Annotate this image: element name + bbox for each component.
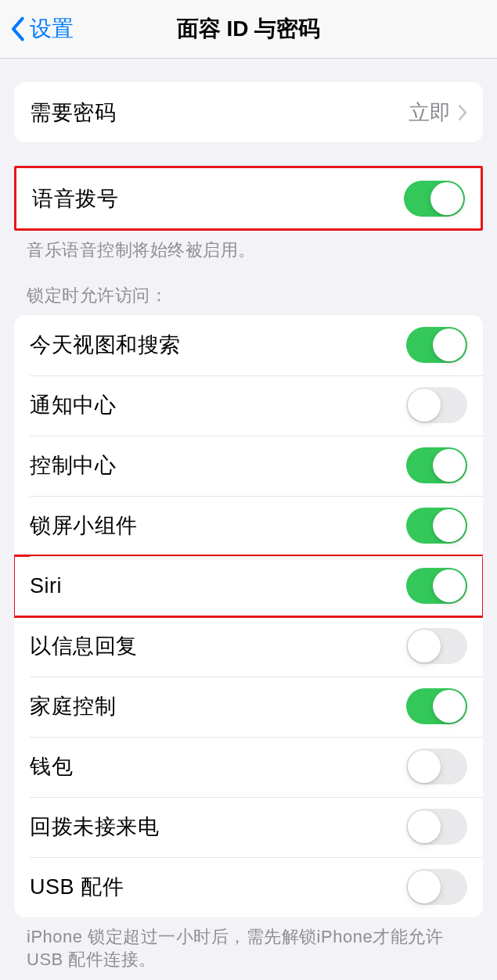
row-label: 通知中心: [30, 391, 116, 419]
toggle-lock-access-item[interactable]: [406, 447, 467, 483]
row-lock-access-item: 今天视图和搜索: [14, 315, 483, 375]
row-lock-access-item: 回拨未接来电: [14, 797, 483, 857]
row-value: 立即: [409, 99, 451, 127]
toggle-knob: [408, 630, 441, 662]
toggle-knob: [408, 389, 441, 422]
footer-lock-access: iPhone 锁定超过一小时后，需先解锁iPhone才能允许 USB 配件连接。: [0, 917, 497, 971]
toggle-lock-access-item[interactable]: [406, 628, 467, 664]
toggle-knob: [408, 810, 441, 843]
toggle-knob: [433, 509, 466, 542]
toggle-lock-access-item[interactable]: [406, 748, 467, 784]
back-label: 设置: [30, 14, 74, 44]
row-lock-access-item: 锁屏小组件: [14, 496, 483, 556]
row-label: 以信息回复: [30, 632, 138, 660]
row-lock-access-item: 通知中心: [14, 375, 483, 436]
row-lock-access-item: 控制中心: [14, 436, 483, 496]
group-require-passcode: 需要密码 立即: [14, 82, 483, 142]
toggle-knob: [433, 449, 466, 482]
row-label: 锁屏小组件: [30, 512, 138, 540]
row-label: Siri: [30, 574, 62, 598]
back-button[interactable]: 设置: [9, 14, 74, 44]
row-label: 控制中心: [30, 451, 116, 479]
toggle-knob: [433, 690, 466, 723]
toggle-lock-access-item[interactable]: [406, 387, 467, 423]
row-lock-access-item: 以信息回复: [14, 616, 483, 677]
chevron-right-icon: [457, 104, 467, 121]
toggle-knob: [408, 871, 441, 903]
row-voice-dial: 语音拨号: [16, 168, 481, 228]
row-lock-access-item: Siri: [14, 556, 483, 616]
row-label: USB 配件: [30, 873, 124, 901]
toggle-lock-access-item[interactable]: [406, 869, 467, 905]
group-voice-dial: 语音拨号: [14, 166, 483, 231]
row-label: 家庭控制: [30, 692, 116, 720]
toggle-lock-access-item[interactable]: [406, 809, 467, 845]
toggle-lock-access-item[interactable]: [406, 688, 467, 724]
header-lock-access: 锁定时允许访问：: [0, 262, 497, 315]
nav-bar: 设置 面容 ID 与密码: [0, 0, 497, 59]
toggle-knob: [408, 750, 441, 783]
row-lock-access-item: 钱包: [14, 737, 483, 797]
row-lock-access-item: 家庭控制: [14, 677, 483, 737]
toggle-knob: [433, 569, 466, 602]
row-label: 钱包: [30, 752, 73, 781]
chevron-left-icon: [9, 16, 25, 42]
page-title: 面容 ID 与密码: [0, 14, 497, 44]
row-detail: 立即: [409, 99, 467, 127]
row-lock-access-item: USB 配件: [14, 857, 483, 917]
row-label: 回拨未接来电: [30, 813, 159, 841]
row-require-passcode[interactable]: 需要密码 立即: [14, 82, 483, 142]
toggle-knob: [433, 328, 466, 361]
row-label: 语音拨号: [32, 185, 118, 213]
toggle-lock-access-item[interactable]: [406, 568, 467, 604]
footer-voice-dial: 音乐语音控制将始终被启用。: [0, 231, 497, 262]
toggle-lock-access-item[interactable]: [406, 327, 467, 363]
row-label: 今天视图和搜索: [30, 331, 181, 359]
row-label: 需要密码: [30, 99, 116, 127]
toggle-voice-dial[interactable]: [404, 181, 465, 217]
toggle-knob: [430, 182, 463, 215]
group-lock-access: 今天视图和搜索通知中心控制中心锁屏小组件Siri以信息回复家庭控制钱包回拨未接来…: [14, 315, 483, 917]
toggle-lock-access-item[interactable]: [406, 508, 467, 544]
